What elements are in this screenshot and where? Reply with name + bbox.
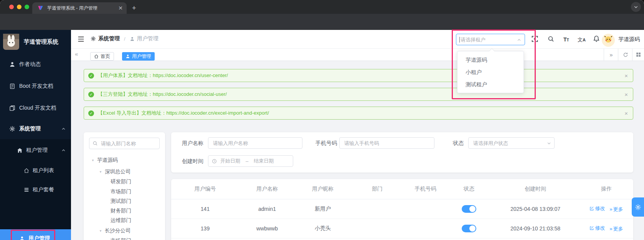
- tags-layout-grid-button[interactable]: [632, 49, 644, 61]
- close-icon[interactable]: ×: [624, 92, 628, 97]
- alert-text: 【用户体系】文档地址：https://doc.iocoder.cn/user-c…: [98, 72, 228, 79]
- col-username: 用户名称: [239, 179, 295, 199]
- sidebar-item-boot-docs[interactable]: Boot 开发文档: [0, 77, 71, 95]
- user-avatar[interactable]: [602, 34, 615, 47]
- breadcrumb-root[interactable]: 系统管理: [98, 35, 120, 42]
- breadcrumb: 系统管理 / 用户管理: [91, 35, 159, 42]
- tree-node[interactable]: 运维部门: [111, 216, 131, 225]
- person-icon: [9, 61, 15, 67]
- col-user-id: 用户编号: [171, 179, 239, 199]
- font-size-icon[interactable]: TT: [563, 36, 569, 43]
- browser-window: 芋道管理系统 - 用户管理 ✕ + ← → 127.0.0.1/system/u…: [0, 0, 644, 240]
- search-icon[interactable]: [548, 36, 554, 42]
- col-mobile: 手机号码: [404, 179, 447, 199]
- tree-node[interactable]: 测试部门: [111, 197, 131, 206]
- text-caret: [459, 37, 460, 43]
- bell-icon[interactable]: [593, 35, 600, 42]
- success-check-icon: ✓: [88, 110, 94, 116]
- tab-user-management[interactable]: 用户管理: [122, 52, 155, 61]
- browser-tab[interactable]: 芋道管理系统 - 用户管理 ✕: [32, 2, 127, 14]
- app-navbar: 系统管理 / 用户管理 请选择租户 TT 文A 芋道源码: [71, 30, 644, 49]
- tree-node[interactable]: ▼深圳总公司: [99, 167, 130, 176]
- success-check-icon: ✓: [88, 92, 94, 97]
- app-logo: 芋道管理系统: [3, 34, 58, 50]
- cell-department: [350, 219, 404, 238]
- person-icon: [130, 36, 135, 41]
- alert-user-center: ✓ 【用户体系】文档地址：https://doc.iocoder.cn/user…: [84, 69, 633, 82]
- clock-icon: [212, 159, 217, 164]
- status-select[interactable]: [468, 137, 555, 149]
- list-icon: [24, 187, 29, 192]
- tags-expand-button[interactable]: »: [604, 49, 618, 61]
- app-title: 芋道管理系统: [24, 38, 58, 46]
- sidebar-item-tenant[interactable]: 租户管理: [0, 141, 71, 159]
- translate-icon[interactable]: 文A: [578, 36, 586, 43]
- table-header-row: 用户编号 用户名称 用户昵称 部门 手机号码 状态 创建时间 操作: [171, 179, 633, 199]
- sidebar-item-tenant-package[interactable]: 租户套餐: [0, 181, 71, 199]
- fullscreen-icon[interactable]: [532, 36, 538, 42]
- traffic-light-close[interactable]: [9, 5, 14, 9]
- tenant-select-placeholder: 请选择租户: [461, 36, 485, 43]
- status-select-input[interactable]: [468, 137, 555, 149]
- cell-username: wwbwwb: [239, 219, 295, 238]
- alert-text: 【三方登陆】文档地址：https://doc.iocoder.cn/social…: [98, 91, 227, 98]
- status-toggle[interactable]: [462, 205, 476, 213]
- sidebar-item-user-management[interactable]: 用户管理: [0, 229, 71, 240]
- tree-node[interactable]: 财务部门: [111, 206, 131, 215]
- username-label: 用户名称: [182, 137, 203, 149]
- chevron-up-icon: [61, 127, 66, 131]
- tags-scroll-left-icon[interactable]: «: [75, 51, 78, 57]
- tree-node[interactable]: 市场部门: [111, 236, 131, 240]
- status-label: 状态: [453, 137, 464, 149]
- more-link[interactable]: »更多: [609, 206, 623, 213]
- person-icon: [19, 236, 25, 240]
- username-input[interactable]: [208, 137, 302, 149]
- mobile-input[interactable]: [339, 137, 434, 149]
- tags-refresh-button[interactable]: [618, 49, 632, 61]
- sidebar-item-tenant-list[interactable]: 租户列表: [0, 161, 71, 180]
- tree-node[interactable]: 研发部门: [111, 177, 131, 186]
- tenant-option[interactable]: 芋道源码: [457, 54, 523, 66]
- new-tab-button[interactable]: +: [132, 3, 136, 13]
- breadcrumb-current: 用户管理: [137, 35, 159, 42]
- chevron-up-icon: [61, 148, 66, 153]
- tab-title: 芋道管理系统 - 用户管理: [47, 5, 118, 12]
- cell-create-time: 2024-09-10 21:03:58: [491, 219, 580, 238]
- sidebar-item-author[interactable]: 作者动态: [0, 55, 71, 74]
- header-username[interactable]: 芋道源码: [618, 35, 640, 43]
- alert-social-user: ✓ 【三方登陆】文档地址：https://doc.iocoder.cn/soci…: [84, 88, 633, 101]
- tab-close-icon[interactable]: ✕: [118, 5, 123, 11]
- traffic-light-zoom[interactable]: [25, 5, 29, 9]
- settings-drawer-button[interactable]: [632, 197, 644, 217]
- edit-link[interactable]: 修改: [590, 225, 605, 232]
- department-search-input[interactable]: [89, 138, 160, 149]
- tenant-option[interactable]: 小租户: [457, 66, 523, 78]
- app-sidebar: 芋道管理系统 作者动态 Boot 开发文档 Cloud 开发文档 系统管理 租户…: [0, 30, 71, 240]
- more-link[interactable]: »更多: [609, 225, 623, 232]
- chevron-down-icon: [634, 5, 638, 9]
- tenant-option[interactable]: 测试租户: [457, 78, 523, 90]
- caret-down-icon: ▼: [99, 229, 102, 233]
- search-filter-card: 用户名称 手机号码 状态 创建时间 开始日期 – 结束日期 搜索 重置 新增: [171, 132, 633, 173]
- cell-department: [350, 199, 404, 219]
- tree-node[interactable]: ▼长沙分公司: [99, 226, 130, 235]
- status-toggle[interactable]: [462, 225, 476, 232]
- traffic-light-minimize[interactable]: [17, 5, 21, 9]
- tab-search-button[interactable]: [631, 2, 641, 12]
- tab-home[interactable]: 首页: [90, 52, 114, 61]
- tenant-select[interactable]: 请选择租户: [456, 34, 525, 45]
- cell-nickname: 新用户: [295, 199, 350, 219]
- close-icon[interactable]: ×: [624, 110, 628, 116]
- date-range-picker[interactable]: 开始日期 – 结束日期: [208, 155, 293, 167]
- edit-link[interactable]: 修改: [590, 205, 605, 212]
- cell-user-id: 139: [171, 219, 239, 238]
- tree-node[interactable]: 市场部门: [111, 187, 131, 196]
- table-row: 141 admin1 新用户 2025-04-08 13:09:07 修改 »更…: [171, 199, 633, 219]
- sidebar-item-cloud-docs[interactable]: Cloud 开发文档: [0, 99, 71, 117]
- close-icon[interactable]: ×: [624, 73, 628, 79]
- office-building-icon: [17, 148, 23, 153]
- sidebar-collapse-icon[interactable]: [78, 36, 84, 43]
- tree-node-root[interactable]: ▼芋道源码: [91, 156, 118, 165]
- double-chevron-right-icon: »: [609, 226, 612, 232]
- sidebar-item-system[interactable]: 系统管理: [0, 120, 71, 138]
